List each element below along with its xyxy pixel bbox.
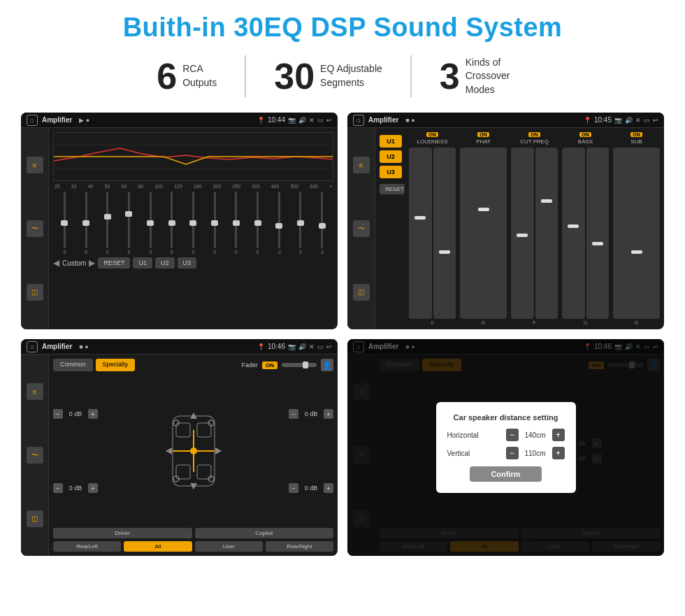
eq-controls: ◀ Custom ▶ RESET U1 U2 U3 (53, 257, 333, 268)
channel-phat: ON PHAT G (460, 132, 507, 325)
horizontal-minus-btn[interactable]: − (506, 429, 519, 441)
preset-u2[interactable]: U2 (380, 150, 402, 163)
camera-icon-1: 📷 (288, 117, 296, 124)
eq-icon-3[interactable]: ◫ (27, 284, 43, 301)
amp2-content: ≡ 〜 ◫ U1 U2 U3 RESET (347, 128, 664, 329)
fader-icon-2[interactable]: 〜 (27, 447, 43, 464)
confirm-button[interactable]: Confirm (470, 466, 541, 482)
bottom-buttons-3: Driver Copilot (53, 528, 333, 538)
preset-u1[interactable]: U1 (380, 135, 402, 148)
home-icon-1[interactable] (27, 115, 38, 126)
db-plus-fr[interactable]: + (324, 409, 333, 419)
home-icon-3[interactable] (27, 341, 38, 352)
fader-main: Common Specialty Fader ON 👤 (49, 354, 338, 556)
location-icon-2: 📍 (584, 117, 591, 124)
fader-control: Fader ON 👤 (241, 359, 333, 371)
fader-tabs: Common Specialty Fader ON 👤 (53, 359, 333, 371)
amp2-icon-1[interactable]: ≡ (353, 157, 370, 173)
btn-copilot[interactable]: Copilot (195, 528, 334, 538)
channel-bass: ON BASS G (562, 132, 609, 325)
stat-rca: 6 RCA Outputs (129, 58, 245, 94)
u2-button-1[interactable]: U2 (155, 257, 175, 268)
db-minus-fr[interactable]: − (289, 409, 298, 419)
vertical-plus-btn[interactable]: + (552, 447, 565, 459)
tab-common[interactable]: Common (53, 359, 93, 371)
eq-slider-12: -1 (312, 192, 332, 255)
vertical-value: 110cm (521, 450, 549, 457)
db-control-rr: − 0 dB + (289, 483, 333, 493)
on-badge-phat: ON (477, 132, 489, 137)
btn-user[interactable]: User (195, 541, 263, 552)
eq-icon-1[interactable]: ≡ (27, 157, 43, 173)
amp2-icon-3[interactable]: ◫ (353, 284, 370, 301)
btn-rearright[interactable]: RearRight (266, 541, 333, 552)
db-minus-rr[interactable]: − (289, 483, 298, 493)
db-minus-rl[interactable]: − (53, 483, 63, 493)
horizontal-plus-btn[interactable]: + (552, 429, 565, 441)
db-value-fl: 0 dB (66, 410, 85, 417)
channels-row: ON LOUDNESS 0 (409, 132, 660, 325)
status-bar-1: Amplifier ▶ ● 📍 10:44 📷 🔊 ✕ ▭ ↩ (21, 113, 338, 128)
db-value-fr: 0 dB (301, 410, 321, 417)
screen-panel-amp2: Amplifier ■ ● 📍 10:45 📷 🔊 ✕ ▭ ↩ ≡ 〜 ◫ (347, 113, 664, 329)
eq-icon-2[interactable]: 〜 (27, 220, 43, 237)
btn-all[interactable]: All (124, 541, 192, 552)
eq-custom-label: Custom (62, 259, 86, 267)
fader-content: ≡ 〜 ◫ Common Specialty Fader ON (21, 354, 338, 556)
camera-icon-2: 📷 (614, 117, 622, 124)
eq-slider-10: -1 (269, 192, 289, 255)
svg-marker-18 (215, 447, 222, 454)
btn-driver[interactable]: Driver (53, 528, 192, 538)
btn-rearleft[interactable]: RearLeft (53, 541, 121, 552)
play-icon-1: ▶ ● (79, 117, 89, 124)
eq-sidebar: ≡ 〜 ◫ (21, 128, 49, 329)
dialog-overlay: Car speaker distance setting Horizontal … (347, 339, 664, 556)
left-db-controls: − 0 dB + − 0 dB + (53, 377, 98, 525)
stat-label-eq: EQ Adjustable Segments (320, 62, 382, 89)
amp2-main: U1 U2 U3 RESET ON LOUDNESS (375, 128, 664, 329)
location-icon-3: 📍 (257, 343, 265, 350)
horizontal-label: Horizontal (447, 431, 489, 439)
status-icons-2: 📍 10:45 📷 🔊 ✕ ▭ ↩ (584, 116, 658, 124)
channel-loudness-label: LOUDNESS (417, 138, 447, 145)
u3-button-1[interactable]: U3 (178, 257, 197, 268)
fader-sidebar: ≡ 〜 ◫ (21, 354, 49, 556)
arrow-right-icon[interactable]: ▶ (89, 258, 95, 268)
car-diagram (103, 377, 283, 525)
preset-u3[interactable]: U3 (380, 166, 402, 178)
db-minus-fl[interactable]: − (53, 409, 63, 419)
dots-icon-3: ■ ● (79, 343, 88, 350)
status-icons-1: 📍 10:44 📷 🔊 ✕ ▭ ↩ (257, 116, 332, 124)
u1-button-1[interactable]: U1 (133, 257, 152, 268)
channel-sub: ON SUB G (613, 132, 660, 325)
horizontal-control: − 140cm + (506, 429, 565, 441)
stat-eq: 30 EQ Adjustable Segments (246, 58, 410, 94)
fader-on-badge[interactable]: ON (262, 361, 277, 369)
fader-slider[interactable] (282, 363, 317, 367)
amp2-icon-2[interactable]: 〜 (353, 220, 370, 237)
stat-number-crossover: 3 (440, 58, 460, 94)
presets-col: U1 U2 U3 RESET (380, 132, 405, 325)
db-plus-fl[interactable]: + (88, 409, 98, 419)
reset-button-1[interactable]: RESET (98, 257, 130, 268)
fader-label: Fader (241, 361, 258, 368)
fader-icon-3[interactable]: ◫ (27, 510, 43, 527)
arrow-left-icon[interactable]: ◀ (53, 258, 59, 268)
stats-row: 6 RCA Outputs 30 EQ Adjustable Segments … (21, 55, 664, 97)
horizontal-value: 140cm (521, 431, 549, 439)
screen-panel-dialog: Amplifier ■ ● 📍 10:46 📷 🔊 ✕ ▭ ↩ ≡ 〜 ◫ (347, 339, 664, 556)
eq-slider-6: 0 (183, 192, 203, 255)
x-icon-2: ✕ (635, 117, 641, 124)
db-plus-rr[interactable]: + (324, 483, 333, 493)
fader-icon-1[interactable]: ≡ (27, 383, 43, 400)
tab-specialty[interactable]: Specialty (96, 359, 136, 371)
eq-slider-9: 0 (247, 192, 268, 255)
dialog-vertical-row: Vertical − 110cm + (447, 447, 565, 459)
home-icon-2[interactable] (353, 115, 364, 126)
db-plus-rl[interactable]: + (88, 483, 98, 493)
db-control-rl: − 0 dB + (53, 483, 98, 493)
eq-slider-4: 0 (140, 192, 161, 255)
vertical-minus-btn[interactable]: − (506, 447, 519, 459)
amp2-sidebar: ≡ 〜 ◫ (347, 128, 375, 329)
reset-btn-2[interactable]: RESET (380, 184, 405, 194)
